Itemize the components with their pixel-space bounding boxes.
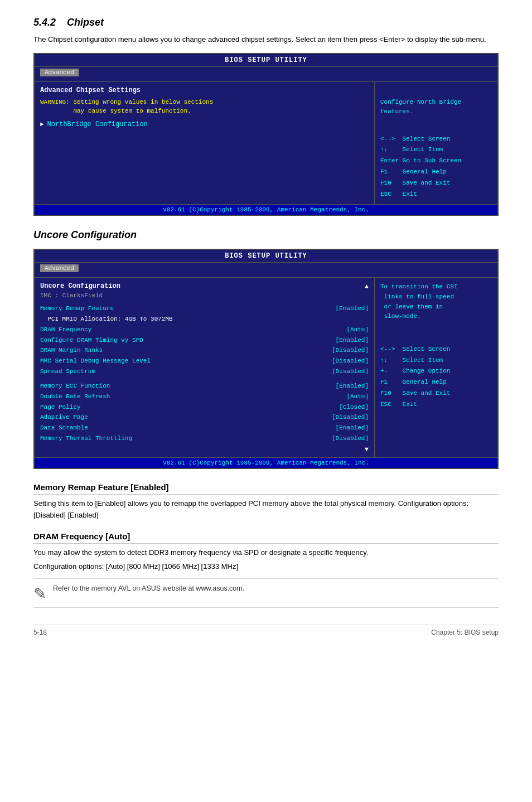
bios-tab-1: Advanced xyxy=(40,69,79,76)
bios-row-page-policy: Page Policy [Closed] xyxy=(40,402,369,413)
bios-box-1: BIOS SETUP UTILITY Advanced Advanced Chi… xyxy=(33,53,499,216)
note-box: ✎ Refer to the memory AVL on ASUS websit… xyxy=(33,578,499,608)
bios-rows-group2: Memory ECC Function [Enabled] Double Rat… xyxy=(40,381,369,443)
dram-margin-value: [Disabled] xyxy=(332,345,369,356)
dram-freq-title: DRAM Frequency [Auto] xyxy=(33,532,499,544)
bios-right-1: Configure North Bridgefeatures. <--> Sel… xyxy=(375,82,497,205)
dram-freq-text2: Configuration options: [Auto] [800 MHz] … xyxy=(33,561,499,573)
mrc-serial-value: [Disabled] xyxy=(332,356,369,366)
page-policy-label: Page Policy xyxy=(40,402,81,413)
bios-row-dram-freq: DRAM Frequency [Auto] xyxy=(40,325,369,335)
footer-left: 5-18 xyxy=(33,629,47,636)
bios-row-data-scramble: Data Scramble [Enabled] xyxy=(40,423,369,433)
adaptive-page-label: Adaptive Page xyxy=(40,412,88,423)
dram-margin-label: DRAM Margin Ranks xyxy=(40,345,103,356)
section-542: 5.4.2 Chipset The Chipset configuration … xyxy=(33,17,499,216)
dram-freq-label: DRAM Frequency xyxy=(40,325,91,335)
memory-remap-title: Memory Remap Feature [Enabled] xyxy=(33,482,499,495)
bios-item-arrow: ► xyxy=(40,121,44,128)
double-rate-value: [Auto] xyxy=(346,392,369,402)
bios-right-2: To transition the CSI links to full-spee… xyxy=(375,278,497,457)
dram-freq-text1: You may allow the system to detect DDR3 … xyxy=(33,547,499,559)
bios-row-memory-remap: Memory Remap Feature [Enabled] xyxy=(40,303,369,314)
page-footer: 5-18 Chapter 5: BIOS setup xyxy=(33,625,499,636)
bios-section-title-1: Advanced Chipset Settings xyxy=(40,86,369,94)
bios-row-dram-timing: Configure DRAM Timing vy SPD [Enabled] xyxy=(40,335,369,346)
dram-freq-value: [Auto] xyxy=(346,325,369,335)
footer-right: Chapter 5: BIOS setup xyxy=(431,629,499,636)
uncore-title: Uncore Configuration xyxy=(33,229,499,241)
mrc-serial-label: MRC Serial Debug Message Level xyxy=(40,356,151,366)
bios-tab-2: Advanced xyxy=(40,264,79,272)
dram-timing-label: Configure DRAM Timing vy SPD xyxy=(40,335,143,346)
memory-ecc-value: [Enabled] xyxy=(336,381,369,392)
note-icon: ✎ xyxy=(33,584,46,603)
bios-row-memory-ecc: Memory ECC Function [Enabled] xyxy=(40,381,369,392)
spread-spectrum-value: [Disabled] xyxy=(332,366,369,377)
thermal-throttle-value: [Disabled] xyxy=(332,433,369,444)
data-scramble-label: Data Scramble xyxy=(40,423,88,433)
data-scramble-value: [Enabled] xyxy=(336,423,369,433)
bios-row-mrc-serial: MRC Serial Debug Message Level [Disabled… xyxy=(40,356,369,366)
bios-right-desc-2: To transition the CSI links to full-spee… xyxy=(380,282,492,321)
memory-remap-text: Setting this item to [Enabled] allows yo… xyxy=(33,498,499,521)
bios-imc: IMC : ClarksField xyxy=(40,292,369,299)
scroll-up-indicator: ▲ xyxy=(365,283,369,290)
bios-row-pci-mmio: PCI MMIO Allocation: 4GB To 3072MB xyxy=(40,314,369,325)
dram-timing-value: [Enabled] xyxy=(336,335,369,346)
bios-right-keys-2: <--> Select Screen ↑↓ Select Item +- Cha… xyxy=(380,344,492,410)
bios-rows-group1: Memory Remap Feature [Enabled] PCI MMIO … xyxy=(40,303,369,376)
thermal-throttle-label: Memory Thermal Throttling xyxy=(40,433,132,444)
section-title: 5.4.2 Chipset xyxy=(33,17,499,28)
bios-right-desc-1: Configure North Bridgefeatures. xyxy=(380,98,492,117)
page-policy-value: [Closed] xyxy=(339,402,369,413)
spread-spectrum-label: Spread Spectrum xyxy=(40,366,95,377)
uncore-section: Uncore Configuration BIOS SETUP UTILITY … xyxy=(33,229,499,469)
memory-ecc-label: Memory ECC Function xyxy=(40,381,110,392)
bios-footer-2: v02.61 (C)Copyright 1985-2009, American … xyxy=(35,457,497,468)
memory-remap-value: [Enabled] xyxy=(336,303,369,314)
bios-row-spread-spectrum: Spread Spectrum [Disabled] xyxy=(40,366,369,377)
memory-remap-section: Memory Remap Feature [Enabled] Setting t… xyxy=(33,482,499,521)
bios-row-thermal-throttle: Memory Thermal Throttling [Disabled] xyxy=(40,433,369,444)
adaptive-page-value: [Disabled] xyxy=(332,412,369,423)
bios-footer-1: v02.61 (C)Copyright 1985-2009, American … xyxy=(35,204,497,215)
memory-remap-label: Memory Remap Feature xyxy=(40,303,114,314)
bios-header-2: BIOS SETUP UTILITY xyxy=(35,250,497,263)
bios-left-2: Uncore Configuration ▲ IMC : ClarksField… xyxy=(35,278,375,457)
bios-row-adaptive-page: Adaptive Page [Disabled] xyxy=(40,412,369,423)
note-text: Refer to the memory AVL on ASUS website … xyxy=(53,583,244,594)
bios-section-title-2: Uncore Configuration xyxy=(40,282,120,290)
bios-row-double-rate: Double Rate Refresh [Auto] xyxy=(40,392,369,402)
dram-freq-section: DRAM Frequency [Auto] You may allow the … xyxy=(33,532,499,608)
bios-right-keys-1: <--> Select Screen ↑↓ Select Item Enter … xyxy=(380,134,492,200)
bios-box-2: BIOS SETUP UTILITY Advanced Uncore Confi… xyxy=(33,249,499,469)
intro-text: The Chipset configuration menu allows yo… xyxy=(33,34,499,45)
bios-left-1: Advanced Chipset Settings WARNING: Setti… xyxy=(35,82,375,205)
bios-northbridge-item: ► NorthBridge Configuration xyxy=(40,120,369,128)
double-rate-label: Double Rate Refresh xyxy=(40,392,110,402)
pci-mmio-label: PCI MMIO Allocation: 4GB To 3072MB xyxy=(40,314,173,325)
bios-warning: WARNING: Setting wrong values in below s… xyxy=(40,98,369,116)
bios-row-dram-margin: DRAM Margin Ranks [Disabled] xyxy=(40,345,369,356)
bios-header-1: BIOS SETUP UTILITY xyxy=(35,54,497,67)
bios-northbridge-label: NorthBridge Configuration xyxy=(47,120,148,128)
scroll-down-indicator: ▼ xyxy=(365,446,369,453)
